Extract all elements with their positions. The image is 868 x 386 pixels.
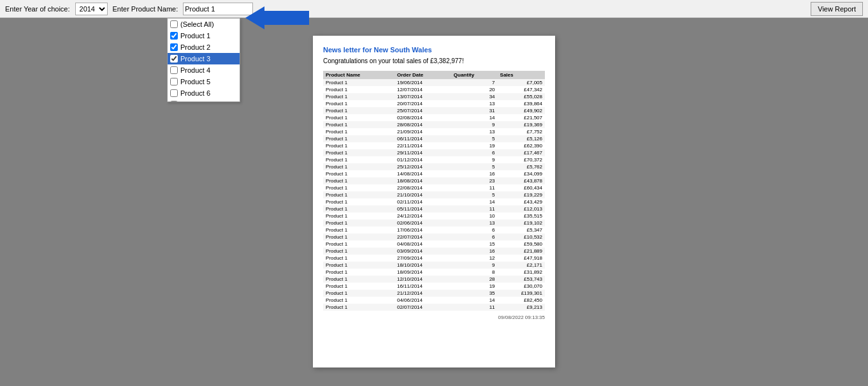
table-cell: 02/11/2014 — [394, 198, 451, 205]
table-cell: Product 1 — [323, 226, 394, 234]
table-cell: Product 1 — [323, 255, 394, 262]
table-cell: Product 1 — [323, 107, 394, 114]
table-cell: Product 1 — [323, 297, 394, 304]
table-cell: £82,450 — [498, 297, 545, 304]
table-cell: Product 1 — [323, 269, 394, 276]
table-cell: 35 — [451, 290, 498, 297]
table-row: Product 121/10/20145£19,229 — [323, 191, 545, 198]
arrow-indicator — [245, 6, 309, 29]
table-cell: 19 — [451, 283, 498, 290]
dd-checkbox-product5[interactable] — [170, 78, 178, 85]
product-input-wrap — [183, 3, 253, 15]
col-product-name: Product Name — [323, 71, 394, 79]
table-cell: Product 1 — [323, 79, 394, 86]
table-cell: 19 — [451, 142, 498, 149]
table-row: Product 102/06/201413£19,102 — [323, 219, 545, 226]
table-row: Product 119/06/20147£7,005 — [323, 79, 545, 86]
table-cell: 12/07/2014 — [394, 86, 451, 93]
table-cell: £5,347 — [498, 226, 545, 234]
table-row: Product 112/07/201420£47,342 — [323, 86, 545, 93]
table-cell: 21/09/2014 — [394, 128, 451, 135]
table-cell: 14/08/2014 — [394, 170, 451, 177]
report-table-body: Product 119/06/20147£7,005Product 112/07… — [323, 79, 545, 311]
view-report-button[interactable]: View Report — [811, 2, 863, 16]
table-cell: 24/12/2014 — [394, 212, 451, 219]
table-row: Product 114/08/201416£34,099 — [323, 170, 545, 177]
dd-item-product3[interactable]: Product 3 — [168, 53, 240, 64]
table-cell: £21,507 — [498, 114, 545, 121]
table-cell: 11 — [451, 304, 498, 311]
table-cell: 5 — [451, 191, 498, 198]
year-label: Enter Year of choice: — [5, 5, 70, 13]
table-cell: 11 — [451, 184, 498, 191]
table-cell: 13 — [451, 100, 498, 107]
table-header-row: Product Name Order Date Quantity Sales — [323, 71, 545, 79]
table-cell: Product 1 — [323, 304, 394, 311]
table-cell: 8 — [451, 269, 498, 276]
table-cell: 22/11/2014 — [394, 142, 451, 149]
report-page: News letter for New South Wales Congratu… — [313, 36, 555, 367]
dd-item-product2[interactable]: Product 2 — [168, 41, 240, 53]
table-row: Product 102/08/201414£21,507 — [323, 114, 545, 121]
table-cell: Product 1 — [323, 198, 394, 205]
table-cell: 9 — [451, 262, 498, 269]
table-cell: Product 1 — [323, 149, 394, 156]
table-cell: £19,102 — [498, 219, 545, 226]
table-row: Product 103/09/201416£21,889 — [323, 248, 545, 255]
table-row: Product 118/08/201423£43,878 — [323, 177, 545, 184]
table-cell: 6 — [451, 234, 498, 241]
table-cell: Product 1 — [323, 121, 394, 128]
table-cell: £7,005 — [498, 79, 545, 86]
table-cell: Product 1 — [323, 262, 394, 269]
dd-item-product4[interactable]: Product 4 — [168, 64, 240, 76]
table-cell: 01/12/2014 — [394, 156, 451, 163]
product-input[interactable] — [183, 3, 253, 15]
table-cell: Product 1 — [323, 86, 394, 93]
table-cell: Product 1 — [323, 128, 394, 135]
dd-item-product6[interactable]: Product 6 — [168, 87, 240, 99]
table-cell: £55,028 — [498, 93, 545, 100]
table-cell: 23 — [451, 177, 498, 184]
table-cell: 02/06/2014 — [394, 219, 451, 226]
dd-item-product1[interactable]: Product 1 — [168, 30, 240, 41]
table-cell: 25/12/2014 — [394, 163, 451, 170]
dd-checkbox-select-all[interactable] — [170, 20, 178, 28]
table-cell: £17,467 — [498, 149, 545, 156]
table-cell: 7 — [451, 79, 498, 86]
table-cell: Product 1 — [323, 156, 394, 163]
dd-checkbox-product4[interactable] — [170, 66, 178, 74]
dd-label-product6: Product 6 — [180, 89, 210, 97]
table-cell: Product 1 — [323, 93, 394, 100]
table-cell: 16 — [451, 248, 498, 255]
year-select[interactable]: 2014 2013 2015 2016 — [75, 3, 108, 15]
table-cell: 22/07/2014 — [394, 234, 451, 241]
dd-checkbox-product6[interactable] — [170, 89, 178, 97]
report-subtitle: Congratulations on your total sales of £… — [323, 57, 545, 64]
dd-item-product7[interactable]: Product 7 — [168, 99, 240, 101]
table-cell: 20/07/2014 — [394, 100, 451, 107]
table-cell: £12,013 — [498, 205, 545, 212]
table-cell: £5,762 — [498, 163, 545, 170]
table-cell: £53,743 — [498, 276, 545, 283]
dd-checkbox-product2[interactable] — [170, 43, 178, 51]
arrow-shape — [245, 6, 309, 29]
dd-checkbox-product1[interactable] — [170, 32, 178, 40]
table-row: Product 117/06/20146£5,347 — [323, 226, 545, 234]
table-row: Product 124/12/201410£35,515 — [323, 212, 545, 219]
table-cell: £139,301 — [498, 290, 545, 297]
dd-label-product3: Product 3 — [180, 55, 210, 63]
table-cell: Product 1 — [323, 290, 394, 297]
table-cell: 15 — [451, 241, 498, 248]
table-cell: £47,342 — [498, 86, 545, 93]
table-cell: £49,902 — [498, 107, 545, 114]
dd-item-product5[interactable]: Product 5 — [168, 76, 240, 87]
table-cell: 06/11/2014 — [394, 135, 451, 142]
dd-item-select-all[interactable]: (Select All) — [168, 19, 240, 30]
table-cell: Product 1 — [323, 170, 394, 177]
table-cell: Product 1 — [323, 177, 394, 184]
dd-checkbox-product7[interactable] — [170, 101, 178, 101]
table-cell: £7,752 — [498, 128, 545, 135]
dd-checkbox-product3[interactable] — [170, 55, 178, 63]
table-cell: 04/08/2014 — [394, 241, 451, 248]
table-row: Product 104/06/201414£82,450 — [323, 297, 545, 304]
